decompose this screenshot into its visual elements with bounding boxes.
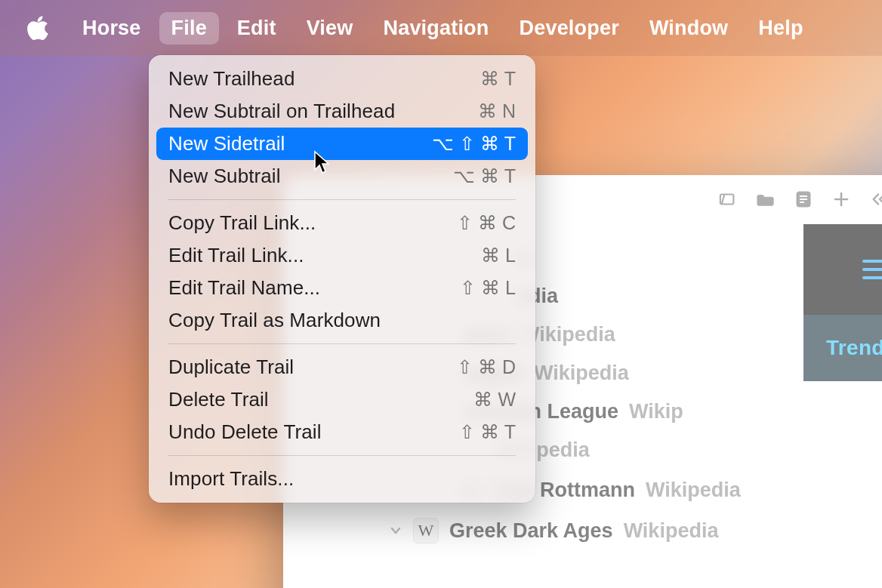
menu-item-shortcut: ⇧ ⌘ L <box>460 277 516 299</box>
file-menu-dropdown: New Trailhead⌘ TNew Subtrail on Trailhea… <box>149 55 535 503</box>
menu-separator <box>168 455 516 456</box>
trail-source: Wikipedia <box>646 479 741 502</box>
menu-item-shortcut: ⌥ ⌘ T <box>453 165 516 187</box>
menu-file[interactable]: File <box>159 12 219 45</box>
menu-item-label: Import Trails... <box>168 467 294 491</box>
menu-item-label: New Subtrail on Trailhead <box>168 100 395 123</box>
menu-item-shortcut: ⌘ T <box>480 68 516 90</box>
trail-row[interactable]: WGreek Dark AgesWikipedia <box>283 510 882 551</box>
menu-app-name[interactable]: Horse <box>70 12 153 45</box>
wikipedia-favicon: W <box>413 518 439 543</box>
trail-source: Wikipedia <box>534 362 629 385</box>
menu-view[interactable]: View <box>295 12 365 45</box>
menu-item-label: New Sidetrail <box>168 132 285 155</box>
side-dark-bar <box>803 224 882 315</box>
menu-item-new-trailhead[interactable]: New Trailhead⌘ T <box>156 63 528 95</box>
menu-item-label: Delete Trail <box>168 388 269 411</box>
menu-item-new-subtrail-on-trailhead[interactable]: New Subtrail on Trailhead⌘ N <box>156 95 528 128</box>
menu-item-label: Duplicate Trail <box>168 356 294 379</box>
menu-item-new-sidetrail[interactable]: New Sidetrail⌥ ⇧ ⌘ T <box>156 128 528 160</box>
apple-logo[interactable] <box>26 14 51 42</box>
trail-title: Greek Dark Ages <box>449 519 613 543</box>
menu-item-edit-trail-name[interactable]: Edit Trail Name...⇧ ⌘ L <box>156 272 528 304</box>
menu-navigation[interactable]: Navigation <box>371 12 501 45</box>
menu-help[interactable]: Help <box>746 12 815 45</box>
menu-item-label: Copy Trail Link... <box>168 211 316 235</box>
menu-item-duplicate-trail[interactable]: Duplicate Trail⇧ ⌘ D <box>156 351 528 383</box>
menu-item-shortcut: ⌘ N <box>478 100 516 122</box>
menu-item-shortcut: ⇧ ⌘ T <box>459 421 516 443</box>
svg-line-1 <box>722 195 725 205</box>
menu-separator <box>168 343 516 344</box>
side-tab[interactable]: Trendin <box>803 315 882 381</box>
chevron-down-icon[interactable] <box>389 525 402 537</box>
hamburger-icon[interactable] <box>861 257 882 282</box>
menu-item-shortcut: ⇧ ⌘ D <box>457 356 516 378</box>
menu-item-copy-trail-as-markdown[interactable]: Copy Trail as Markdown <box>156 304 528 337</box>
menu-edit[interactable]: Edit <box>225 12 288 45</box>
menu-item-label: Copy Trail as Markdown <box>168 309 381 332</box>
menu-item-label: Edit Trail Link... <box>168 244 304 267</box>
menu-separator <box>168 199 516 200</box>
trail-source: Wikip <box>629 400 683 423</box>
side-panel: Trendin <box>803 175 882 588</box>
menu-item-label: New Subtrail <box>168 165 281 188</box>
folder-icon[interactable] <box>757 190 775 208</box>
responsive-icon[interactable] <box>719 190 737 208</box>
menu-window[interactable]: Window <box>637 12 740 45</box>
trail-source: Wikipedia <box>624 519 719 543</box>
menu-item-label: Edit Trail Name... <box>168 276 320 300</box>
menu-item-undo-delete-trail[interactable]: Undo Delete Trail⇧ ⌘ T <box>156 416 528 448</box>
menubar: Horse FileEditViewNavigationDeveloperWin… <box>0 0 882 56</box>
menu-developer[interactable]: Developer <box>507 12 631 45</box>
menu-item-delete-trail[interactable]: Delete Trail⌘ W <box>156 383 528 416</box>
menu-item-shortcut: ⌘ W <box>473 389 516 411</box>
menu-item-label: New Trailhead <box>168 67 295 91</box>
menu-item-import-trails[interactable]: Import Trails... <box>156 463 528 495</box>
menu-item-shortcut: ⇧ ⌘ C <box>457 212 516 234</box>
menu-item-shortcut: ⌘ L <box>481 245 516 266</box>
menu-item-new-subtrail[interactable]: New Subtrail⌥ ⌘ T <box>156 160 528 192</box>
menu-item-shortcut: ⌥ ⇧ ⌘ T <box>432 133 516 155</box>
menu-item-copy-trail-link[interactable]: Copy Trail Link...⇧ ⌘ C <box>156 207 528 239</box>
menu-item-label: Undo Delete Trail <box>168 420 322 444</box>
menu-item-edit-trail-link[interactable]: Edit Trail Link...⌘ L <box>156 239 528 272</box>
